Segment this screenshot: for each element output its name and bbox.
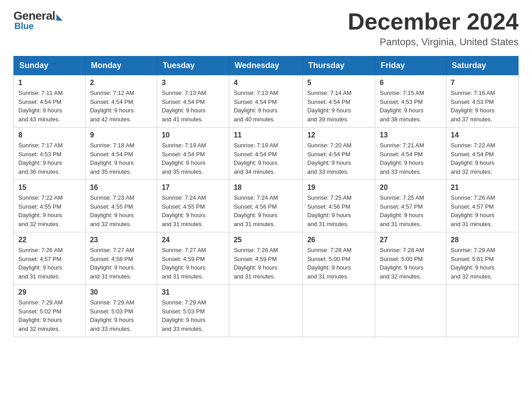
day-info: Sunrise: 7:15 AM Sunset: 4:53 PM Dayligh…: [380, 89, 442, 124]
day-of-week-header: Sunday: [14, 56, 86, 75]
calendar-week-row: 1 Sunrise: 7:11 AM Sunset: 4:54 PM Dayli…: [14, 75, 519, 128]
calendar-day-cell: 17 Sunrise: 7:24 AM Sunset: 4:55 PM Dayl…: [157, 180, 229, 232]
calendar-day-cell: 16 Sunrise: 7:23 AM Sunset: 4:55 PM Dayl…: [85, 180, 157, 232]
day-number: 16: [90, 184, 152, 192]
calendar-day-cell: [446, 285, 518, 337]
calendar-day-cell: 21 Sunrise: 7:26 AM Sunset: 4:57 PM Dayl…: [446, 180, 518, 232]
day-info: Sunrise: 7:18 AM Sunset: 4:54 PM Dayligh…: [90, 141, 152, 176]
day-info: Sunrise: 7:28 AM Sunset: 5:00 PM Dayligh…: [380, 246, 442, 281]
calendar-day-cell: 19 Sunrise: 7:25 AM Sunset: 4:56 PM Dayl…: [303, 180, 375, 232]
day-info: Sunrise: 7:28 AM Sunset: 5:00 PM Dayligh…: [307, 246, 370, 281]
calendar-day-cell: [229, 285, 302, 337]
calendar-day-cell: 9 Sunrise: 7:18 AM Sunset: 4:54 PM Dayli…: [85, 128, 157, 180]
location-text: Pantops, Virginia, United States: [348, 36, 519, 48]
day-number: 17: [162, 184, 224, 192]
day-info: Sunrise: 7:25 AM Sunset: 4:57 PM Dayligh…: [380, 193, 442, 228]
day-number: 14: [451, 131, 514, 139]
calendar-day-cell: 8 Sunrise: 7:17 AM Sunset: 4:53 PM Dayli…: [14, 128, 86, 180]
day-info: Sunrise: 7:12 AM Sunset: 4:54 PM Dayligh…: [90, 89, 152, 124]
calendar-day-cell: 26 Sunrise: 7:28 AM Sunset: 5:00 PM Dayl…: [303, 232, 375, 285]
day-info: Sunrise: 7:29 AM Sunset: 5:03 PM Dayligh…: [162, 298, 224, 333]
calendar-day-cell: 28 Sunrise: 7:29 AM Sunset: 5:01 PM Dayl…: [446, 232, 518, 285]
day-number: 31: [162, 288, 224, 296]
month-title: December 2024: [348, 9, 519, 34]
day-of-week-header: Saturday: [446, 56, 518, 75]
day-of-week-header: Friday: [375, 56, 446, 75]
day-info: Sunrise: 7:21 AM Sunset: 4:54 PM Dayligh…: [380, 141, 442, 176]
calendar-day-cell: 29 Sunrise: 7:29 AM Sunset: 5:02 PM Dayl…: [14, 285, 86, 337]
calendar-table: SundayMondayTuesdayWednesdayThursdayFrid…: [13, 56, 519, 337]
day-info: Sunrise: 7:28 AM Sunset: 4:59 PM Dayligh…: [234, 246, 298, 281]
calendar-day-cell: 31 Sunrise: 7:29 AM Sunset: 5:03 PM Dayl…: [157, 285, 229, 337]
calendar-day-cell: 11 Sunrise: 7:19 AM Sunset: 4:54 PM Dayl…: [229, 128, 302, 180]
day-info: Sunrise: 7:24 AM Sunset: 4:56 PM Dayligh…: [234, 193, 298, 228]
day-number: 26: [307, 236, 370, 244]
day-info: Sunrise: 7:23 AM Sunset: 4:55 PM Dayligh…: [90, 193, 152, 228]
calendar-day-cell: 30 Sunrise: 7:29 AM Sunset: 5:03 PM Dayl…: [85, 285, 157, 337]
day-of-week-header: Tuesday: [157, 56, 229, 75]
page-header: General Blue December 2024 Pantops, Virg…: [13, 9, 519, 48]
calendar-week-row: 29 Sunrise: 7:29 AM Sunset: 5:02 PM Dayl…: [14, 285, 519, 337]
calendar-day-cell: [375, 285, 446, 337]
calendar-day-cell: 13 Sunrise: 7:21 AM Sunset: 4:54 PM Dayl…: [375, 128, 446, 180]
day-number: 4: [234, 79, 298, 87]
day-of-week-header: Monday: [85, 56, 157, 75]
calendar-day-cell: 7 Sunrise: 7:16 AM Sunset: 4:53 PM Dayli…: [446, 75, 518, 128]
day-info: Sunrise: 7:22 AM Sunset: 4:54 PM Dayligh…: [451, 141, 514, 176]
logo-triangle-icon: [56, 14, 63, 21]
day-number: 30: [90, 288, 152, 296]
day-info: Sunrise: 7:27 AM Sunset: 4:59 PM Dayligh…: [162, 246, 224, 281]
day-number: 9: [90, 131, 152, 139]
day-number: 1: [18, 79, 81, 87]
day-number: 12: [307, 131, 370, 139]
calendar-header-row: SundayMondayTuesdayWednesdayThursdayFrid…: [14, 56, 519, 75]
day-number: 7: [451, 79, 514, 87]
day-number: 11: [234, 131, 298, 139]
calendar-day-cell: 22 Sunrise: 7:26 AM Sunset: 4:57 PM Dayl…: [14, 232, 86, 285]
day-number: 10: [162, 131, 224, 139]
calendar-day-cell: 12 Sunrise: 7:20 AM Sunset: 4:54 PM Dayl…: [303, 128, 375, 180]
day-number: 6: [380, 79, 442, 87]
calendar-day-cell: 1 Sunrise: 7:11 AM Sunset: 4:54 PM Dayli…: [14, 75, 86, 128]
day-number: 27: [380, 236, 442, 244]
calendar-day-cell: 14 Sunrise: 7:22 AM Sunset: 4:54 PM Dayl…: [446, 128, 518, 180]
day-info: Sunrise: 7:19 AM Sunset: 4:54 PM Dayligh…: [234, 141, 298, 176]
day-of-week-header: Thursday: [303, 56, 375, 75]
day-info: Sunrise: 7:16 AM Sunset: 4:53 PM Dayligh…: [451, 89, 514, 124]
day-number: 29: [18, 288, 81, 296]
day-number: 2: [90, 79, 152, 87]
day-number: 22: [18, 236, 81, 244]
day-info: Sunrise: 7:29 AM Sunset: 5:03 PM Dayligh…: [90, 298, 152, 333]
calendar-day-cell: 5 Sunrise: 7:14 AM Sunset: 4:54 PM Dayli…: [303, 75, 375, 128]
calendar-day-cell: 10 Sunrise: 7:19 AM Sunset: 4:54 PM Dayl…: [157, 128, 229, 180]
day-info: Sunrise: 7:22 AM Sunset: 4:55 PM Dayligh…: [18, 193, 81, 228]
day-number: 5: [307, 79, 370, 87]
calendar-day-cell: 4 Sunrise: 7:13 AM Sunset: 4:54 PM Dayli…: [229, 75, 302, 128]
day-info: Sunrise: 7:11 AM Sunset: 4:54 PM Dayligh…: [18, 89, 81, 124]
day-info: Sunrise: 7:13 AM Sunset: 4:54 PM Dayligh…: [162, 89, 224, 124]
calendar-day-cell: 23 Sunrise: 7:27 AM Sunset: 4:58 PM Dayl…: [85, 232, 157, 285]
calendar-day-cell: [303, 285, 375, 337]
calendar-week-row: 8 Sunrise: 7:17 AM Sunset: 4:53 PM Dayli…: [14, 128, 519, 180]
day-info: Sunrise: 7:29 AM Sunset: 5:01 PM Dayligh…: [451, 246, 514, 281]
day-info: Sunrise: 7:20 AM Sunset: 4:54 PM Dayligh…: [307, 141, 370, 176]
day-info: Sunrise: 7:26 AM Sunset: 4:57 PM Dayligh…: [451, 193, 514, 228]
calendar-day-cell: 25 Sunrise: 7:28 AM Sunset: 4:59 PM Dayl…: [229, 232, 302, 285]
calendar-day-cell: 20 Sunrise: 7:25 AM Sunset: 4:57 PM Dayl…: [375, 180, 446, 232]
day-number: 15: [18, 184, 81, 192]
calendar-day-cell: 6 Sunrise: 7:15 AM Sunset: 4:53 PM Dayli…: [375, 75, 446, 128]
calendar-week-row: 15 Sunrise: 7:22 AM Sunset: 4:55 PM Dayl…: [14, 180, 519, 232]
day-info: Sunrise: 7:14 AM Sunset: 4:54 PM Dayligh…: [307, 89, 370, 124]
day-number: 8: [18, 131, 81, 139]
day-info: Sunrise: 7:27 AM Sunset: 4:58 PM Dayligh…: [90, 246, 152, 281]
day-number: 18: [234, 184, 298, 192]
logo: General Blue: [13, 9, 63, 31]
calendar-day-cell: 15 Sunrise: 7:22 AM Sunset: 4:55 PM Dayl…: [14, 180, 86, 232]
day-info: Sunrise: 7:19 AM Sunset: 4:54 PM Dayligh…: [162, 141, 224, 176]
day-info: Sunrise: 7:25 AM Sunset: 4:56 PM Dayligh…: [307, 193, 370, 228]
day-number: 28: [451, 236, 514, 244]
day-number: 19: [307, 184, 370, 192]
day-number: 23: [90, 236, 152, 244]
calendar-day-cell: 18 Sunrise: 7:24 AM Sunset: 4:56 PM Dayl…: [229, 180, 302, 232]
calendar-week-row: 22 Sunrise: 7:26 AM Sunset: 4:57 PM Dayl…: [14, 232, 519, 285]
